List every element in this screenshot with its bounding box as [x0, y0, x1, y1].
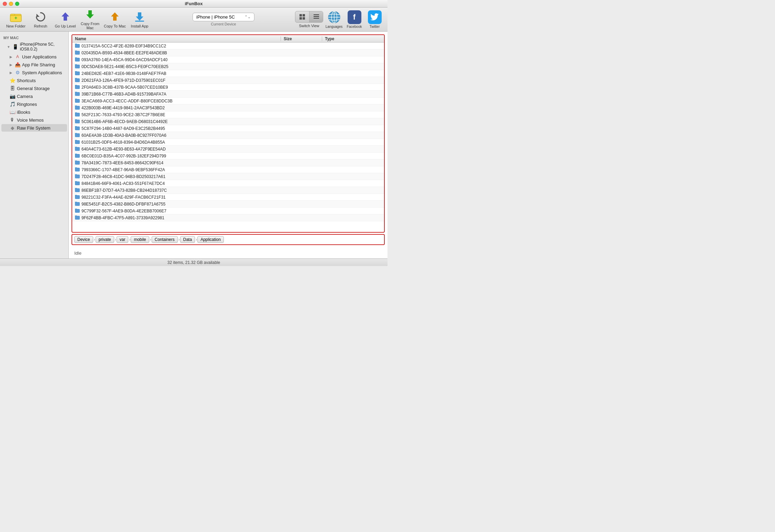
table-row[interactable]: 7D247F28-46C8-41DC-94B3-BD2503217A61 — [72, 173, 384, 180]
copy-from-mac-button[interactable]: Copy From Mac — [78, 9, 102, 30]
sidebar-item-device[interactable]: ▼ 📱 iPhone(iPhone 5C, iOS8.0.2) — [1, 41, 67, 53]
file-table-header: Name Size Type — [72, 35, 384, 43]
go-up-label: Go Up Level — [55, 24, 76, 28]
table-row[interactable]: 562F213C-7633-4793-9CE2-3B7C2F7B6E8E — [72, 111, 384, 118]
device-name: iPhone | iPhone 5C — [196, 14, 235, 20]
sidebar-item-ibooks[interactable]: 📖 iBooks — [1, 108, 67, 116]
sidebar-section-label: My Mac — [0, 34, 68, 41]
table-row[interactable]: 24BED82E-4EB7-41E6-9B38-0148FAEF7FAB — [72, 70, 384, 77]
sidebar-item-voice-memos[interactable]: 🎙 Voice Memos — [1, 116, 67, 124]
folder-icon — [75, 78, 80, 82]
breadcrumb-item[interactable]: Containers — [152, 236, 178, 243]
shortcuts-icon: ⭐ — [10, 78, 15, 83]
breadcrumb-item[interactable]: Application — [197, 236, 224, 243]
facebook-button[interactable]: f Facebook — [345, 10, 364, 29]
sidebar-item-label-system-applications: System Applications — [22, 70, 62, 75]
table-row[interactable]: 86EBF1B7-D7D7-4A73-82B8-CB244D18737C — [72, 187, 384, 194]
maximize-button[interactable] — [15, 2, 19, 6]
breadcrumb-item[interactable]: mobile — [131, 236, 149, 243]
sidebar-item-user-applications[interactable]: ▶ A User Applications — [1, 53, 67, 60]
sidebar-item-camera[interactable]: 📷 Camera — [1, 92, 67, 100]
device-icon: 📱 — [13, 44, 18, 49]
folder-icon — [75, 147, 80, 151]
folder-icon — [75, 126, 80, 130]
table-row[interactable]: 2F0A64E0-3C8B-437B-9CAA-5B07CED10BE9 — [72, 84, 384, 91]
table-row[interactable]: 78A3419C-7873-4EE6-8453-86642C90F614 — [72, 159, 384, 166]
minimize-button[interactable] — [9, 2, 13, 6]
table-row[interactable]: 7993366C-1707-4BE7-96AB-9EBF536FF42A — [72, 166, 384, 173]
file-row-name: 640A4C73-612B-4E93-8E63-4A72F9EE54AD — [72, 147, 281, 152]
table-row[interactable]: 422B003B-469E-4419-9841-2AAC3F543BD2 — [72, 104, 384, 111]
status-bar: 32 items, 21.32 GB available — [0, 258, 388, 266]
languages-icon — [327, 10, 341, 24]
sidebar-item-app-file-sharing[interactable]: ▶ 📤 App File Sharing — [1, 61, 67, 68]
sidebar-item-raw-file-system[interactable]: ◆ Raw File System — [1, 124, 67, 132]
file-row-name: 5C87F294-14B0-4487-8AD9-E3C25B2B4495 — [72, 126, 281, 131]
file-row-name: 422B003B-469E-4419-9841-2AAC3F543BD2 — [72, 106, 281, 110]
svg-marker-6 — [86, 10, 94, 19]
table-row[interactable]: 61031B25-0DF6-4618-8394-B4D6DA4B855A — [72, 139, 384, 146]
device-selector[interactable]: iPhone | iPhone 5C ⌃⌄ — [193, 13, 254, 21]
table-row[interactable]: 0DC5DAE8-5E21-449E-B5C3-FE0FC70EEB25 — [72, 63, 384, 70]
breadcrumb-separator: › — [196, 237, 197, 242]
breadcrumb-separator: › — [129, 237, 130, 242]
folder-icon — [75, 71, 80, 75]
sidebar-item-system-applications[interactable]: ▶ ⚙ System Applications — [1, 69, 67, 76]
general-storage-icon: 🗄 — [10, 86, 15, 91]
install-app-button[interactable]: Install App — [127, 9, 152, 30]
table-row[interactable]: 60AE4A38-1D3B-40A3-BA0B-8C927FF070A6 — [72, 132, 384, 139]
languages-button[interactable]: Languages — [325, 10, 343, 29]
table-row[interactable]: 98E5451F-B2C5-4382-B86D-DFBF871A6755 — [72, 201, 384, 208]
switch-view-list-button[interactable] — [309, 11, 323, 22]
go-up-button[interactable]: Go Up Level — [53, 9, 78, 30]
breadcrumb-item[interactable]: private — [96, 236, 114, 243]
copy-from-mac-icon — [84, 9, 96, 21]
table-row[interactable]: 5C87F294-14B0-4487-8AD9-E3C25B2B4495 — [72, 125, 384, 132]
twitter-button[interactable]: Twitter — [365, 10, 384, 29]
sidebar: My Mac ▼ 📱 iPhone(iPhone 5C, iOS8.0.2) ▶… — [0, 32, 69, 258]
refresh-button[interactable]: Refresh — [28, 9, 53, 30]
folder-icon — [75, 181, 80, 185]
file-row-name: 3EACA669-ACC3-4ECC-ADDF-B80FCE8DDC3B — [72, 99, 281, 103]
table-row[interactable]: 39B71B68-C77B-46B3-AD4B-915739BAFA7A — [72, 91, 384, 98]
table-row[interactable]: 9C799F32-567F-4AE9-B0DA-4E2EBB7006E7 — [72, 208, 384, 214]
switch-view-label: Switch View — [299, 24, 319, 28]
table-row[interactable]: 98221C32-F3FA-44AE-829F-FACB6CF21F31 — [72, 194, 384, 201]
breadcrumb: Device›private›var›mobile›Containers›Dat… — [72, 234, 385, 245]
new-folder-icon: + — [10, 11, 22, 23]
table-row[interactable]: 9F62F4BB-4FBC-47F5-A891-37339A922981 — [72, 214, 384, 221]
switch-view-grid-button[interactable] — [295, 11, 309, 22]
table-row[interactable]: 020435DA-B593-4534-8BEE-EE2FE48ADE8B — [72, 49, 384, 56]
col-name-header[interactable]: Name — [72, 36, 281, 41]
file-row-name: 84841B46-66F9-4061-AC83-551F67AE7DC4 — [72, 181, 281, 186]
new-folder-button[interactable]: + New Folder — [3, 9, 28, 30]
copy-to-mac-button[interactable]: Copy To Mac — [102, 9, 127, 30]
table-row[interactable]: 2D621FA3-126A-4FE9-971D-D375901EC01F — [72, 77, 384, 84]
folder-icon — [75, 195, 80, 199]
breadcrumb-item[interactable]: var — [117, 236, 129, 243]
app-file-sharing-icon: 📤 — [15, 62, 20, 67]
sidebar-item-general-storage[interactable]: 🗄 General Storage — [1, 85, 67, 92]
table-row[interactable]: 093A3760-14EA-45CA-99D4-0ACD9ADCF140 — [72, 56, 384, 63]
sidebar-item-ringtones[interactable]: 🎵 Ringtones — [1, 100, 67, 108]
folder-icon — [75, 92, 80, 96]
table-row[interactable]: 84841B46-66F9-4061-AC83-551F67AE7DC4 — [72, 180, 384, 187]
status-text: 32 items, 21.32 GB available — [167, 260, 220, 265]
breadcrumb-item[interactable]: Data — [180, 236, 195, 243]
file-row-name: 093A3760-14EA-45CA-99D4-0ACD9ADCF140 — [72, 57, 281, 62]
device-selector-arrow: ⌃⌄ — [244, 15, 251, 19]
sidebar-item-label-user-applications: User Applications — [22, 54, 56, 59]
breadcrumb-item[interactable]: Device — [74, 236, 93, 243]
col-size-header[interactable]: Size — [281, 36, 322, 41]
col-type-header[interactable]: Type — [322, 36, 384, 41]
table-row[interactable]: 5C0614B6-AF6B-4ECD-9AEB-D68031C4492E — [72, 118, 384, 125]
table-row[interactable]: 640A4C73-612B-4E93-8E63-4A72F9EE54AD — [72, 146, 384, 153]
table-row[interactable]: 6BC0E01D-B35A-4C07-992B-182EF294D799 — [72, 153, 384, 159]
sidebar-device-label: iPhone(iPhone 5C, iOS8.0.2) — [20, 42, 64, 52]
ringtones-icon: 🎵 — [10, 101, 15, 107]
table-row[interactable]: 0137415A-5CC2-4F2E-8289-E0F34B9CC1C2 — [72, 43, 384, 49]
table-row[interactable]: 3EACA669-ACC3-4ECC-ADDF-B80FCE8DDC3B — [72, 98, 384, 104]
close-button[interactable] — [3, 2, 7, 6]
switch-view-container: Switch View — [295, 11, 323, 28]
sidebar-item-shortcuts[interactable]: ⭐ Shortcuts — [1, 77, 67, 84]
